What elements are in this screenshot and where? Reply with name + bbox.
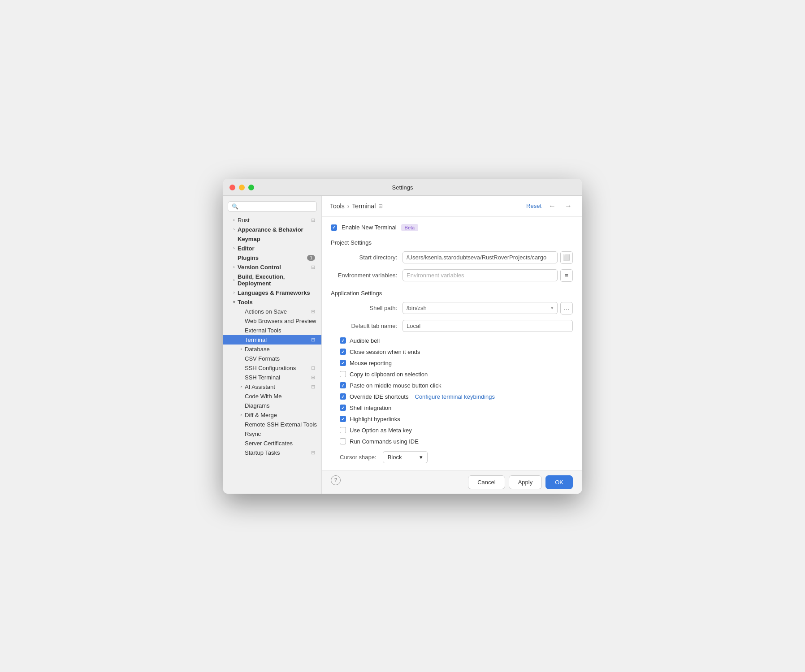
sidebar-item-code-with-me[interactable]: Code With Me (223, 392, 321, 401)
cursor-shape-dropdown[interactable]: Block ▾ (383, 451, 428, 463)
sidebar-item-languages[interactable]: › Languages & Frameworks (223, 288, 321, 297)
window-title: Settings (392, 184, 413, 191)
breadcrumb: Tools › Terminal ⊟ (330, 202, 383, 210)
shell-integration-checkbox[interactable] (340, 405, 346, 411)
header-actions: Reset ← → (526, 201, 574, 211)
sidebar-item-label: Actions on Save (245, 308, 311, 315)
reset-button[interactable]: Reset (526, 202, 541, 209)
enable-terminal-row: Enable New Terminal Beta (331, 224, 573, 231)
highlight-hyperlinks-label: Highlight hyperlinks (350, 416, 400, 422)
mouse-reporting-checkbox[interactable] (340, 360, 346, 366)
chevron-icon: › (230, 290, 238, 295)
sidebar-item-build[interactable]: › Build, Execution, Deployment (223, 272, 321, 288)
titlebar: Settings (223, 179, 582, 196)
breadcrumb-pin-icon: ⊟ (378, 203, 383, 209)
sidebar-item-version-control[interactable]: › Version Control ⊟ (223, 263, 321, 272)
maximize-button[interactable] (248, 185, 254, 190)
run-commands-checkbox[interactable] (340, 438, 346, 444)
minimize-button[interactable] (239, 185, 245, 190)
sidebar-item-label: Web Browsers and Preview (245, 318, 317, 324)
paste-middle-label: Paste on middle mouse button click (350, 382, 441, 389)
search-input[interactable] (228, 201, 317, 212)
sidebar-item-diagrams[interactable]: Diagrams (223, 401, 321, 410)
audible-bell-checkbox[interactable] (340, 337, 346, 344)
shell-path-value: /bin/zsh (407, 305, 427, 311)
sidebar-item-label: Startup Tasks (245, 449, 311, 456)
panel-footer: ? Cancel Apply OK (322, 470, 582, 494)
enable-terminal-checkbox[interactable] (331, 224, 337, 231)
sidebar-item-rsync[interactable]: Rsync (223, 429, 321, 439)
start-dir-browse-button[interactable]: ⬜ (560, 251, 573, 264)
override-ide-checkbox[interactable] (340, 393, 346, 400)
sidebar-item-csv-formats[interactable]: CSV Formats (223, 354, 321, 363)
paste-middle-checkbox[interactable] (340, 382, 346, 388)
sidebar-item-keymap[interactable]: Keymap (223, 234, 321, 244)
override-ide-label: Override IDE shortcuts (350, 393, 409, 400)
sidebar-item-label: Languages & Frameworks (238, 289, 317, 296)
beta-badge: Beta (401, 224, 419, 231)
sidebar-item-server-certs[interactable]: Server Certificates (223, 439, 321, 448)
sidebar-item-appearance[interactable]: › Appearance & Behavior (223, 225, 321, 234)
sidebar-item-remote-ssh[interactable]: Remote SSH External Tools (223, 420, 321, 429)
start-dir-input[interactable] (402, 251, 558, 263)
sidebar-item-diff-merge[interactable]: › Diff & Merge (223, 410, 321, 420)
shell-integration-label: Shell integration (350, 405, 391, 411)
apply-button[interactable]: Apply (509, 475, 542, 489)
shell-path-row: Shell path: /bin/zsh ▾ … (331, 302, 573, 314)
default-tab-input[interactable] (402, 320, 573, 332)
sidebar-item-editor[interactable]: › Editor (223, 244, 321, 253)
sidebar-item-tools[interactable]: ∨ Tools (223, 297, 321, 307)
sidebar-item-ai-assistant[interactable]: › AI Assistant ⊟ (223, 382, 321, 392)
chevron-icon: › (230, 265, 238, 269)
sidebar-item-external-tools[interactable]: External Tools (223, 326, 321, 335)
sidebar-item-terminal[interactable]: Terminal ⊟ (223, 335, 321, 345)
sidebar-item-database[interactable]: › Database (223, 345, 321, 354)
sidebar-item-actions-on-save[interactable]: Actions on Save ⊟ (223, 307, 321, 316)
sidebar-item-ssh-configurations[interactable]: SSH Configurations ⊟ (223, 363, 321, 373)
copy-clipboard-checkbox[interactable] (340, 371, 346, 377)
forward-arrow-button[interactable]: → (563, 201, 574, 211)
env-vars-label: Environment variables: (331, 272, 402, 279)
sidebar-item-startup-tasks[interactable]: Startup Tasks ⊟ (223, 448, 321, 457)
pin-icon: ⊟ (311, 264, 315, 270)
sidebar: › Rust ⊟ › Appearance & Behavior Keymap … (223, 196, 322, 494)
close-session-row: Close session when it ends (331, 349, 573, 355)
configure-keybindings-link[interactable]: Configure terminal keybindings (415, 393, 495, 400)
env-vars-input[interactable] (402, 269, 558, 281)
close-button[interactable] (229, 185, 235, 190)
shell-integration-row: Shell integration (331, 405, 573, 411)
sidebar-item-ssh-terminal[interactable]: SSH Terminal ⊟ (223, 373, 321, 382)
back-arrow-button[interactable]: ← (547, 201, 558, 211)
ok-button[interactable]: OK (545, 475, 573, 489)
copy-clipboard-label: Copy to clipboard on selection (350, 371, 428, 378)
env-vars-edit-button[interactable]: ≡ (560, 269, 573, 282)
highlight-hyperlinks-row: Highlight hyperlinks (331, 416, 573, 422)
close-session-checkbox[interactable] (340, 349, 346, 355)
sidebar-item-label: Rust (238, 217, 311, 224)
settings-window: Settings › Rust ⊟ › Appearance & Behavio… (223, 179, 582, 494)
sidebar-item-web-browsers[interactable]: Web Browsers and Preview (223, 316, 321, 326)
breadcrumb-parent: Tools (330, 202, 345, 210)
chevron-icon: › (230, 227, 238, 232)
cursor-shape-chevron-icon: ▾ (420, 454, 423, 461)
use-option-checkbox[interactable] (340, 427, 346, 433)
shell-path-control: /bin/zsh ▾ … (402, 302, 573, 314)
sidebar-item-rust[interactable]: › Rust ⊟ (223, 215, 321, 225)
sidebar-item-plugins[interactable]: Plugins 1 (223, 253, 321, 263)
use-option-label: Use Option as Meta key (350, 427, 412, 434)
run-commands-label: Run Commands using IDE (350, 438, 419, 445)
default-tab-row: Default tab name: (331, 320, 573, 332)
shell-path-dropdown[interactable]: /bin/zsh ▾ (402, 302, 558, 314)
highlight-hyperlinks-checkbox[interactable] (340, 416, 346, 422)
pin-icon: ⊟ (311, 375, 315, 380)
mouse-reporting-row: Mouse reporting (331, 360, 573, 366)
mouse-reporting-label: Mouse reporting (350, 360, 392, 366)
sidebar-item-label: CSV Formats (245, 355, 317, 362)
chevron-icon: › (238, 347, 245, 351)
cursor-shape-row: Cursor shape: Block ▾ (331, 451, 573, 463)
panel-header: Tools › Terminal ⊟ Reset ← → (322, 196, 582, 217)
sidebar-item-label: Plugins (238, 254, 307, 261)
shell-path-browse-button[interactable]: … (560, 302, 573, 314)
cancel-button[interactable]: Cancel (468, 475, 505, 489)
help-button[interactable]: ? (331, 475, 341, 485)
